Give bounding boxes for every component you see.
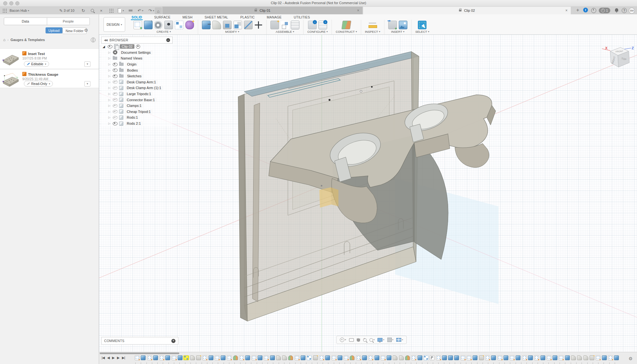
eye-hidden-icon[interactable] — [113, 116, 118, 119]
timeline-sketch-icon[interactable] — [264, 355, 268, 360]
globe-icon[interactable] — [91, 38, 96, 42]
timeline-extrude-icon[interactable] — [442, 355, 447, 360]
timeline-component-flag-icon[interactable] — [430, 355, 434, 360]
timeline-extrude-icon[interactable] — [301, 355, 305, 360]
timeline-sketch-icon[interactable] — [172, 355, 176, 360]
nav-display-button[interactable]: ▾ — [377, 338, 384, 342]
nav-look-at-button[interactable] — [349, 338, 354, 342]
canvas-icon[interactable] — [399, 21, 407, 29]
group-dropdown[interactable]: ASSEMBLE▾ — [276, 30, 294, 33]
avatar[interactable]: SM — [629, 8, 635, 14]
new-component-icon[interactable] — [270, 21, 279, 29]
redo-button[interactable]: ↷▾ — [148, 7, 154, 14]
collapse-panel-icon[interactable]: ◀◀ — [104, 38, 107, 42]
timeline-mirror-icon[interactable] — [288, 355, 293, 360]
measure-icon[interactable] — [369, 21, 376, 29]
new-folder-button[interactable]: New Folder — [62, 27, 87, 34]
search-button[interactable] — [91, 7, 94, 14]
timeline-extrude-icon[interactable] — [504, 355, 508, 360]
browser-root-row[interactable]: ◢ Clip 02 — [101, 44, 173, 50]
sketch-point[interactable] — [360, 90, 362, 92]
job-count-badge[interactable]: 1 — [599, 8, 610, 13]
notifications-button[interactable] — [615, 8, 618, 11]
timeline-extrude-icon[interactable] — [153, 355, 158, 360]
timeline-mirror-icon[interactable] — [233, 355, 238, 360]
timeline-sketch-icon[interactable] — [215, 355, 219, 360]
browser-item[interactable]: ▷Sketches — [101, 73, 173, 79]
ribbon-tab-mesh[interactable]: MESH — [182, 15, 193, 19]
timeline-sketch-icon[interactable] — [135, 355, 140, 360]
tab-data[interactable]: Data — [4, 18, 47, 25]
timeline-play-button[interactable]: ▶ — [112, 356, 114, 360]
timeline-combine-icon[interactable] — [479, 355, 484, 360]
timeline-extrude-icon[interactable] — [141, 355, 146, 360]
insert-derive-icon[interactable] — [388, 21, 397, 29]
origin-point[interactable] — [321, 185, 322, 186]
rectangular-pattern-icon[interactable] — [175, 21, 183, 29]
item-status-dropdown[interactable]: Editable ▾ — [24, 61, 49, 67]
timeline-extrude-icon[interactable] — [553, 355, 557, 360]
browser-item[interactable]: ▷Origin — [101, 61, 173, 67]
remove-icon[interactable]: – — [166, 38, 170, 42]
eye-hidden-icon[interactable] — [113, 98, 118, 102]
origin-plane[interactable] — [331, 187, 339, 206]
tab-people[interactable]: People — [47, 18, 90, 25]
activate-component-radio[interactable] — [136, 45, 140, 49]
timeline-sketch-icon[interactable] — [547, 355, 551, 360]
timeline-fillet-icon[interactable] — [577, 355, 582, 360]
timeline-extrude-icon[interactable] — [614, 355, 619, 360]
tab-clip-01[interactable]: Clip 01 × — [162, 7, 362, 14]
origin-plane[interactable] — [319, 187, 332, 208]
select-icon[interactable] — [418, 21, 426, 29]
eye-hidden-icon[interactable] — [113, 86, 118, 90]
timeline-extrude-icon[interactable] — [540, 355, 545, 360]
expand-arrow-icon[interactable]: ▷ — [108, 63, 111, 66]
workspace-selector[interactable]: DESIGN ▾ — [104, 17, 125, 32]
browser-item[interactable]: ▷Large Tripods:1 — [101, 91, 173, 97]
timeline-fillet-icon[interactable] — [282, 355, 287, 360]
sketch-point[interactable] — [329, 99, 331, 101]
eye-visible-icon[interactable] — [108, 45, 112, 48]
configuration-icon[interactable] — [308, 21, 317, 29]
browser-item[interactable]: ▷Cheap Tripod:1 — [101, 109, 173, 115]
group-dropdown[interactable]: CREATE▾ — [157, 30, 171, 33]
timeline-fillet-icon[interactable] — [399, 355, 404, 360]
home-button[interactable]: ⌂ — [155, 7, 162, 15]
hole-icon[interactable] — [164, 21, 173, 29]
group-dropdown[interactable]: MODIFY▾ — [225, 30, 239, 33]
nav-orbit-button[interactable]: ▾ — [340, 338, 346, 342]
group-dropdown[interactable]: CONSTRUCT▾ — [336, 30, 357, 33]
ribbon-tab-sheet-metal[interactable]: SHEET METAL — [204, 15, 229, 19]
shell-icon[interactable] — [223, 21, 232, 29]
timeline-extrude-icon[interactable] — [209, 355, 213, 360]
group-dropdown[interactable]: INSPECT▾ — [365, 30, 380, 33]
eye-hidden-icon[interactable] — [113, 104, 118, 108]
timeline-go-to-end-button[interactable]: ▶| — [122, 356, 125, 360]
hub-selector[interactable]: Bacon Hub ▾ — [10, 7, 29, 14]
timeline-extrude-icon[interactable] — [325, 355, 330, 360]
timeline-sketch-icon[interactable] — [608, 355, 613, 360]
expand-arrow-icon[interactable]: ▷ — [108, 116, 111, 119]
expand-arrow-icon[interactable]: ▷ — [108, 86, 111, 89]
timeline-combine-icon[interactable] — [313, 355, 318, 360]
ribbon-tab-plastic[interactable]: PLASTIC — [240, 15, 255, 19]
timeline-step-forward-button[interactable]: ▶ — [117, 356, 119, 360]
timeline-extrude-icon[interactable] — [178, 355, 183, 360]
eye-visible-icon[interactable] — [113, 122, 118, 125]
browser-item[interactable]: ▷Named Views — [101, 55, 173, 61]
timeline-sketch-icon[interactable] — [147, 355, 152, 360]
sketch-point[interactable] — [371, 86, 373, 88]
save-button[interactable] — [129, 7, 132, 14]
timeline-extrude-icon[interactable] — [516, 355, 520, 360]
group-dropdown[interactable]: SELECT▾ — [415, 30, 429, 33]
new-document-button[interactable]: ▾ — [118, 7, 124, 14]
timeline-sketch-icon[interactable] — [202, 355, 207, 360]
timeline-pattern-icon[interactable] — [424, 355, 428, 360]
offset-plane-icon[interactable] — [341, 21, 351, 29]
timeline-sketch-icon[interactable] — [522, 355, 527, 360]
timeline-sketch-icon[interactable] — [381, 355, 385, 360]
timeline-sketch-icon[interactable] — [159, 355, 164, 360]
tab-clip-02[interactable]: Clip 02 × — [363, 7, 571, 14]
timeline-extrude-icon[interactable] — [473, 355, 477, 360]
rigid-group-icon[interactable] — [291, 21, 299, 29]
